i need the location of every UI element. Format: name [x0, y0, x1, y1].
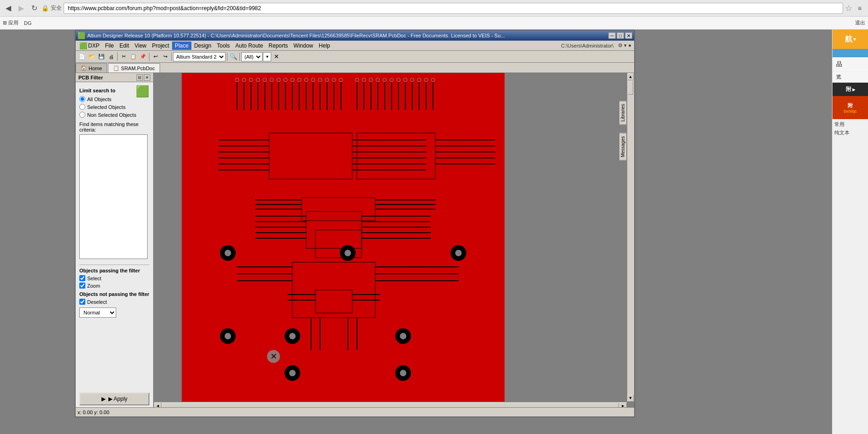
titlebar-controls: ─ □ ✕ [608, 32, 632, 39]
scroll-up-arrow[interactable]: ▲ [627, 73, 634, 80]
svg-point-10 [304, 78, 308, 82]
tab-bar: 🏠 Home 📋 SRAM.PcbDoc [76, 63, 634, 73]
menu-button[interactable]: ≡ [854, 3, 865, 14]
svg-point-1 [242, 78, 246, 82]
apply-label: ▶ Apply [108, 396, 128, 402]
star-icon[interactable]: ☆ [845, 3, 852, 13]
right-nav-dark[interactable]: 附 ▸ [832, 83, 868, 96]
toolbar-sep-3 [171, 53, 172, 61]
normal-dropdown[interactable]: Normal [79, 307, 116, 318]
titlebar-content: 🟩 Altium Designer Release 10 (Platform 1… [77, 32, 505, 39]
svg-point-125 [399, 369, 407, 377]
libraries-tab[interactable]: Libraries [619, 101, 627, 125]
svg-point-33 [362, 78, 366, 82]
svg-rect-56 [269, 133, 352, 179]
close-button[interactable]: ✕ [625, 32, 632, 39]
menu-dxp[interactable]: 🟩 DXP [77, 41, 102, 50]
toolbar-sep-2 [149, 53, 149, 61]
standard-dropdown[interactable]: Altium Standard 2 [173, 52, 226, 61]
radio-nonselected-objects[interactable]: Non Selected Objects [79, 112, 149, 118]
tab-sram[interactable]: 📋 SRAM.PcbDoc [108, 63, 160, 72]
reload-button[interactable]: ↻ [29, 3, 40, 14]
menu-edit[interactable]: Edit [117, 42, 132, 50]
right-nav-item-2[interactable]: 览 [832, 72, 868, 83]
menu-help[interactable]: Help [316, 42, 333, 50]
toolbar-paste[interactable]: 📌 [138, 52, 148, 61]
menu-tools[interactable]: Tools [214, 42, 232, 50]
panel-close-btn[interactable]: ✕ [144, 74, 150, 81]
right-nav-bottom: 常用 纯文本 [832, 119, 868, 434]
right-nav-item-1[interactable]: 品 [832, 57, 868, 72]
toolbar-new[interactable]: 📄 [77, 52, 87, 61]
forward-button[interactable]: ▶ [16, 3, 27, 14]
svg-point-43 [431, 78, 435, 82]
messages-tab[interactable]: Messages [619, 133, 627, 161]
menu-place[interactable]: Place [172, 42, 191, 50]
all-dropdown[interactable]: (All) [241, 52, 262, 61]
right-nav-blue [832, 49, 868, 57]
pcb-board [182, 73, 505, 405]
toolbar-redo[interactable]: ↪ [161, 52, 170, 61]
bookmark-dg[interactable]: DG [24, 20, 32, 26]
panel-title: PCB Filter [78, 75, 103, 80]
apply-button[interactable]: ▶ ▶ Apply [79, 392, 149, 405]
sram-icon: 📋 [113, 65, 119, 71]
svg-rect-105 [315, 290, 352, 313]
toolbar-sep-5 [239, 53, 240, 61]
toolbar-print[interactable]: 🖨 [107, 52, 116, 61]
scroll-thumb-v[interactable] [628, 81, 633, 95]
toolbar-save[interactable]: 💾 [97, 52, 106, 61]
security-icon: 🔒 [42, 5, 49, 12]
right-bottom-item-1[interactable]: 常用 [834, 121, 866, 128]
objects-not-passing-label: Objects not passing the filter [79, 291, 149, 297]
right-nav-red[interactable]: 附 bx/slqc [832, 96, 868, 119]
menu-file[interactable]: File [102, 42, 117, 50]
maximize-button[interactable]: □ [617, 32, 624, 39]
scroll-down-arrow[interactable]: ▼ [627, 394, 634, 402]
right-nav-orange[interactable]: 航 ▾ [832, 30, 868, 49]
pcb-traces-svg [182, 73, 505, 405]
right-bottom-item-2[interactable]: 纯文本 [834, 129, 866, 136]
dropdown-arrow[interactable]: ▾ [263, 52, 271, 61]
menu-autoroute[interactable]: Auto Route [232, 42, 266, 50]
menu-project[interactable]: Project [149, 42, 172, 50]
menu-window[interactable]: Window [291, 42, 316, 50]
menu-view[interactable]: View [132, 42, 149, 50]
toolbar-undo[interactable]: ↩ [151, 52, 160, 61]
panel-pin-btn[interactable]: ⊟ [137, 74, 143, 81]
svg-point-4 [263, 78, 267, 82]
svg-point-15 [339, 78, 343, 82]
radio-selected-objects[interactable]: Selected Objects [79, 104, 149, 110]
back-button[interactable]: ◀ [3, 3, 14, 14]
svg-point-117 [455, 249, 462, 257]
toolbar-open[interactable]: 📂 [87, 52, 96, 61]
deselect-checkbox[interactable]: Deselect [79, 299, 149, 305]
bookmark-exit[interactable]: 退出 [855, 19, 865, 26]
panel-header: PCB Filter ⊟ ✕ [76, 73, 153, 82]
dark-text-2: ▸ [852, 86, 855, 93]
filter-x[interactable]: ✕ [272, 52, 281, 61]
toolbar-zoom-in[interactable]: 🔍 [229, 52, 238, 61]
menu-reports[interactable]: Reports [266, 42, 291, 50]
zoom-checkbox[interactable]: Zoom [79, 283, 149, 289]
svg-point-12 [318, 78, 322, 82]
svg-point-8 [291, 78, 294, 82]
menu-design[interactable]: Design [191, 42, 214, 50]
svg-point-113 [224, 332, 232, 340]
address-bar[interactable] [64, 3, 843, 14]
svg-point-0 [235, 78, 239, 82]
minimize-button[interactable]: ─ [608, 32, 616, 39]
app-icon: 🟩 [77, 32, 85, 39]
criteria-textarea[interactable] [79, 134, 148, 259]
panel-header-buttons: ⊟ ✕ [137, 74, 150, 81]
toolbar-cut[interactable]: ✂ [119, 52, 128, 61]
toolbar-copy[interactable]: 📋 [129, 52, 138, 61]
apply-arrow-icon: ▶ [101, 396, 106, 402]
nav-controls: ⚙ ▾ ● [616, 42, 633, 48]
canvas-cross-icon[interactable]: ✕ [267, 350, 280, 363]
bookmark-apps[interactable]: ⊞ 应用 [3, 19, 18, 26]
svg-rect-87 [302, 198, 375, 221]
tab-home[interactable]: 🏠 Home [76, 63, 107, 72]
scrollbar-vertical[interactable]: ▲ ▼ [627, 73, 634, 402]
select-checkbox[interactable]: Select [79, 275, 149, 281]
